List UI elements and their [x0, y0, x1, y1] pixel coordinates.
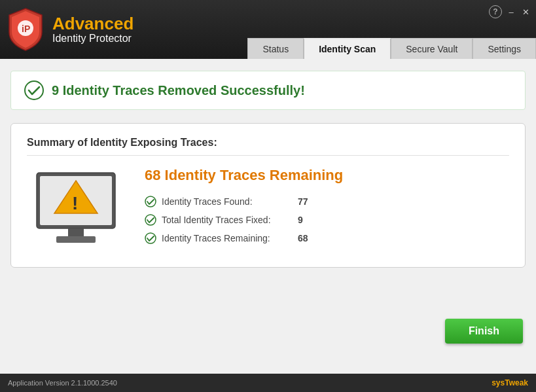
finish-button[interactable]: Finish [445, 319, 523, 344]
window-controls: ? – ✕ [489, 5, 531, 18]
stat-label-fixed: Total Identity Traces Fixed: [162, 215, 293, 225]
svg-text:!: ! [72, 193, 78, 213]
tab-identity-scan[interactable]: Identity Scan [304, 38, 391, 59]
traces-remaining-label: 68 Identity Traces Remaining [145, 167, 509, 184]
tab-settings[interactable]: Settings [473, 38, 536, 59]
success-message: 9 Identity Traces Removed Successfully! [52, 83, 305, 98]
finish-button-area: Finish [445, 319, 523, 344]
svg-text:iP: iP [22, 24, 30, 34]
stat-row-remaining: Identity Traces Remaining: 68 [145, 232, 509, 244]
main-content: 9 Identity Traces Removed Successfully! … [0, 59, 536, 374]
svg-point-2 [25, 81, 43, 99]
version-label: Application Version 2.1.1000.2540 [8, 379, 117, 387]
svg-rect-8 [56, 236, 96, 243]
brand-suffix: Tweak [505, 378, 528, 387]
stat-check-icon-remaining [145, 232, 156, 244]
summary-content: ! 68 Identity Traces Remaining Identity … [27, 166, 509, 251]
tab-status[interactable]: Status [247, 38, 304, 59]
stat-check-icon-fixed [145, 214, 156, 226]
stat-label-found: Identity Traces Found: [162, 196, 293, 207]
stat-label-remaining: Identity Traces Remaining: [162, 233, 293, 243]
stat-value-fixed: 9 [298, 215, 303, 225]
stat-value-found: 77 [298, 196, 308, 207]
minimize-button[interactable]: – [506, 7, 516, 17]
success-banner: 9 Identity Traces Removed Successfully! [10, 71, 526, 110]
footer: Application Version 2.1.1000.2540 sysTwe… [0, 374, 536, 392]
brand-label: sysTweak [491, 378, 528, 387]
stat-value-remaining: 68 [298, 233, 308, 243]
summary-title: Summary of Identity Exposing Traces: [27, 137, 509, 156]
stat-row-fixed: Total Identity Traces Fixed: 9 [145, 214, 509, 226]
app-logo-icon: iP [7, 7, 45, 52]
computer-warning-icon: ! [27, 166, 125, 251]
stats-area: 68 Identity Traces Remaining Identity Tr… [145, 167, 509, 251]
success-icon [24, 80, 44, 100]
brand-prefix: sys [491, 378, 505, 387]
summary-box: Summary of Identity Exposing Traces: ! 6… [10, 123, 526, 268]
app-name: Advanced Identity Protector [52, 14, 134, 45]
close-button[interactable]: ✕ [520, 7, 531, 17]
stat-check-icon-found [145, 196, 156, 207]
stat-row-found: Identity Traces Found: 77 [145, 196, 509, 207]
tab-secure-vault[interactable]: Secure Vault [391, 38, 473, 59]
title-bar: iP Advanced Identity Protector ? – ✕ Sta… [0, 0, 536, 59]
app-name-sub: Identity Protector [52, 33, 134, 45]
help-button[interactable]: ? [489, 5, 502, 18]
app-name-advanced: Advanced [52, 14, 134, 33]
nav-tabs: Status Identity Scan Secure Vault Settin… [247, 38, 536, 59]
svg-rect-7 [68, 228, 84, 236]
logo-area: iP Advanced Identity Protector [7, 7, 134, 52]
